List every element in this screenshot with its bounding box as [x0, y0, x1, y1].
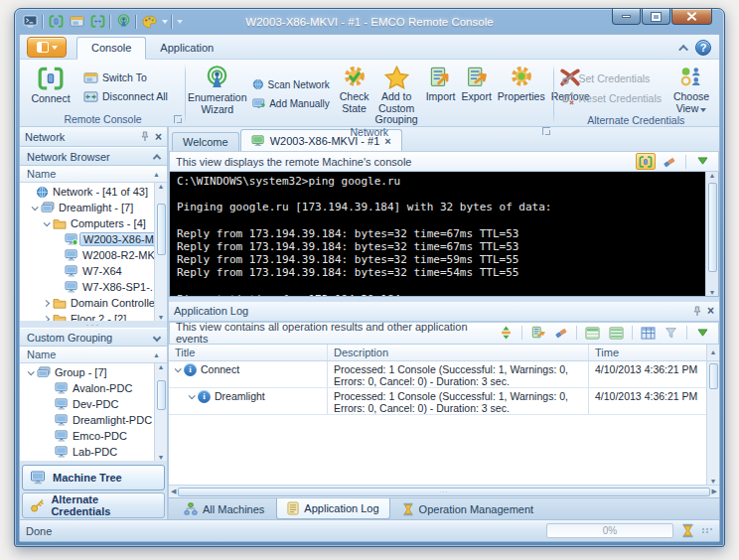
- log-row[interactable]: i Dreamlight Processed: 1 Console (Succe…: [169, 388, 706, 415]
- tree-item-selected[interactable]: W2003-X86-M...: [20, 231, 154, 247]
- export-button[interactable]: Export: [458, 63, 494, 126]
- clear-log-button[interactable]: [551, 325, 570, 342]
- expander-open-icon[interactable]: [189, 392, 196, 399]
- add-manually-button[interactable]: Add Manually: [249, 96, 333, 111]
- skin-palette-icon[interactable]: [141, 14, 158, 30]
- scroll-thumb[interactable]: ···: [178, 488, 709, 496]
- tree-scrollbar[interactable]: ▲ ▼: [154, 183, 167, 321]
- scroll-up-icon[interactable]: ▲: [706, 345, 719, 360]
- columns-button[interactable]: [639, 325, 658, 342]
- expander-open-icon[interactable]: [28, 206, 40, 210]
- scroll-down-icon[interactable]: ▼: [158, 454, 165, 461]
- scroll-right-icon[interactable]: ▶: [712, 488, 717, 495]
- tree-item[interactable]: Emco-PDC: [20, 428, 154, 444]
- scroll-thumb[interactable]: [708, 183, 717, 272]
- scroll-thumb[interactable]: [157, 380, 166, 410]
- filter-button[interactable]: [662, 325, 680, 342]
- scan-network-button[interactable]: Scan Network: [249, 76, 333, 92]
- autoscroll-button[interactable]: [497, 325, 516, 342]
- column-title[interactable]: Title: [169, 345, 328, 360]
- switch-to-button[interactable]: Switch To: [80, 70, 171, 85]
- pin-icon[interactable]: [140, 131, 150, 142]
- tree-scrollbar[interactable]: ▲ ▼: [154, 363, 167, 461]
- resize-grip[interactable]: [702, 528, 713, 533]
- tree-column-header[interactable]: Name ▲: [20, 347, 167, 363]
- scroll-down-icon[interactable]: ▼: [710, 478, 717, 485]
- application-menu-button[interactable]: [27, 37, 67, 58]
- flat-view-button[interactable]: [607, 325, 626, 342]
- export-log-button[interactable]: [528, 325, 547, 342]
- skin-dropdown-arrow-icon[interactable]: [162, 20, 168, 24]
- set-credentials-button[interactable]: Set Credentials: [558, 70, 665, 86]
- splitter-handle[interactable]: ···: [20, 321, 167, 328]
- tree-column-header[interactable]: Name ▲: [20, 166, 167, 183]
- machine-tree-button[interactable]: Machine Tree: [22, 465, 165, 490]
- tab-application-log[interactable]: Application Log: [276, 498, 389, 519]
- tab-console[interactable]: Console: [76, 37, 146, 60]
- tree-item[interactable]: Avalon-PDC: [20, 380, 154, 396]
- console-mode-toggle-button[interactable]: [636, 153, 656, 170]
- scroll-down-icon[interactable]: ▼: [709, 289, 716, 296]
- qat-customize-arrow-icon[interactable]: [177, 20, 183, 24]
- qat-enumeration-icon[interactable]: [115, 14, 132, 30]
- remote-console-terminal[interactable]: C:\WINDOWS\system32>ping google.ru Pingi…: [169, 172, 719, 297]
- tree-item[interactable]: Domain Controller...: [20, 295, 154, 311]
- close-panel-icon[interactable]: ×: [155, 132, 162, 142]
- tree-item[interactable]: Dreamlight - [7]: [20, 200, 154, 215]
- clear-console-button[interactable]: [660, 153, 679, 170]
- group-view-button[interactable]: [583, 325, 602, 342]
- qat-switch-to-icon[interactable]: [69, 14, 85, 30]
- tree-item[interactable]: Dreamlight-PDC: [20, 412, 154, 428]
- scroll-up-icon[interactable]: ▲: [158, 363, 165, 370]
- reset-credentials-button[interactable]: Reset Credentials: [558, 90, 665, 106]
- qat-disconnect-icon[interactable]: [89, 14, 106, 30]
- log-scrollbar[interactable]: ▼: [706, 361, 719, 486]
- expander-open-icon[interactable]: [24, 370, 36, 375]
- connect-button[interactable]: Connect: [23, 63, 78, 111]
- expander-open-icon[interactable]: [40, 221, 52, 226]
- alternate-credentials-button[interactable]: Alternate Credentials: [22, 492, 165, 518]
- log-horizontal-scrollbar[interactable]: ◀ ··· ▶: [169, 485, 719, 497]
- enumeration-wizard-button[interactable]: Enumeration Wizard: [188, 63, 247, 126]
- close-button[interactable]: [671, 9, 712, 25]
- section-custom-grouping[interactable]: Custom Grouping: [20, 328, 167, 347]
- section-network-browser[interactable]: Network Browser: [20, 147, 167, 166]
- column-description[interactable]: Description: [328, 345, 589, 360]
- tree-item[interactable]: Dev-PDC: [20, 396, 154, 412]
- disconnect-all-button[interactable]: Disconnect All: [80, 89, 171, 104]
- tree-item[interactable]: Group - [7]: [20, 364, 154, 380]
- close-panel-icon[interactable]: ×: [707, 306, 714, 316]
- terminal-scrollbar[interactable]: ▲ ▼: [705, 172, 718, 296]
- column-time[interactable]: Time: [589, 345, 706, 360]
- dialog-launcher-icon[interactable]: [174, 115, 182, 123]
- scroll-down-icon[interactable]: ▼: [158, 314, 165, 321]
- scroll-up-icon[interactable]: ▲: [709, 172, 716, 179]
- tab-all-machines[interactable]: All Machines: [174, 498, 274, 519]
- choose-view-button[interactable]: Choose View: [666, 63, 716, 114]
- scroll-thumb[interactable]: [709, 363, 718, 389]
- log-row[interactable]: i Connect Processed: 1 Console (Successf…: [169, 361, 706, 388]
- check-state-button[interactable]: Check State: [337, 63, 372, 126]
- help-button[interactable]: ?: [695, 40, 711, 56]
- properties-button[interactable]: Properties: [495, 63, 548, 126]
- tree-item[interactable]: W7-X64: [20, 263, 154, 279]
- collapse-ribbon-icon[interactable]: [678, 44, 688, 54]
- expander-open-icon[interactable]: [175, 365, 182, 372]
- tab-operation-management[interactable]: Operation Management: [392, 498, 544, 519]
- scroll-up-icon[interactable]: ▲: [158, 183, 165, 190]
- view-menu-button[interactable]: [692, 153, 712, 170]
- console-window-icon[interactable]: [22, 14, 39, 30]
- tree-item[interactable]: Lab-PDC: [20, 444, 154, 460]
- tree-item[interactable]: W7-X86-SP1-...: [20, 279, 154, 295]
- tree-item[interactable]: W2008-R2-MKIV: [20, 247, 154, 263]
- minimize-button[interactable]: [612, 9, 641, 25]
- expander-closed-icon[interactable]: [40, 301, 52, 306]
- tab-application[interactable]: Application: [146, 38, 227, 59]
- qat-connect-icon[interactable]: [48, 14, 65, 30]
- terminal-output[interactable]: C:\WINDOWS\system32>ping google.ru Pingi…: [170, 172, 705, 296]
- tree-item[interactable]: Computers - [4]: [20, 215, 154, 231]
- maximize-button[interactable]: [642, 9, 670, 25]
- scroll-thumb[interactable]: [157, 204, 166, 255]
- pin-icon[interactable]: [692, 306, 702, 317]
- tree-item[interactable]: Network - [41 of 43]: [20, 184, 154, 200]
